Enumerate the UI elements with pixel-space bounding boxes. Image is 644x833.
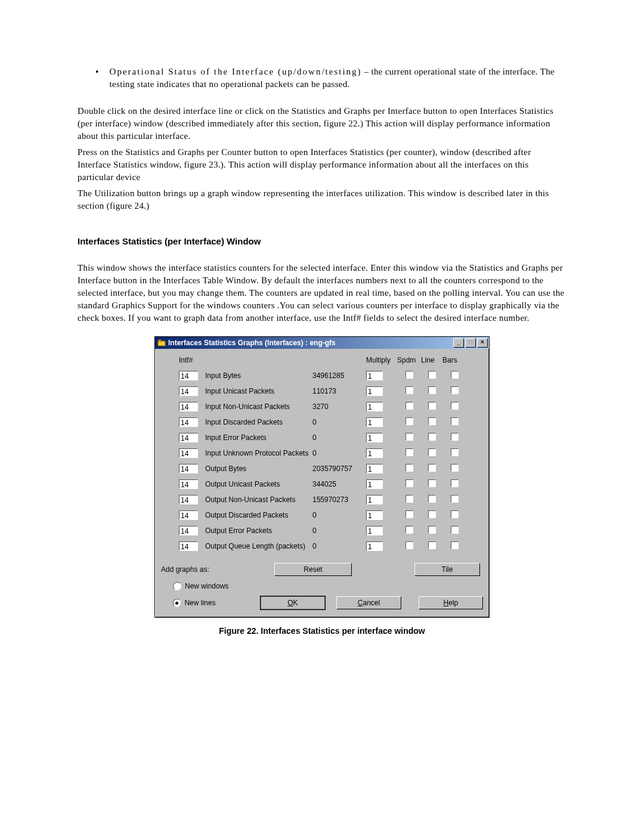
app-icon	[157, 339, 166, 347]
spdm-checkbox[interactable]	[405, 433, 413, 441]
bars-checkbox[interactable]	[451, 417, 459, 425]
tile-button[interactable]: Tile	[414, 563, 480, 576]
multiply-input[interactable]: 1	[366, 417, 383, 427]
radio-new-lines[interactable]	[173, 599, 181, 607]
table-row: 14Output Error Packets01	[161, 523, 483, 538]
counter-name: Input Non-Unicast Packets	[205, 402, 312, 411]
bars-checkbox[interactable]	[451, 371, 459, 379]
spdm-checkbox[interactable]	[405, 541, 413, 549]
table-row: 14Output Discarded Packets01	[161, 507, 483, 523]
table-row: 14Input Unicast Packets1101731	[161, 383, 483, 399]
cancel-button[interactable]: Cancel	[336, 596, 401, 609]
counter-value: 344025	[312, 480, 366, 488]
counter-name: Output Non-Unicast Packets	[205, 496, 312, 504]
counter-name: Output Unicast Packets	[205, 480, 312, 488]
help-button[interactable]: Help	[419, 596, 483, 609]
bars-checkbox[interactable]	[451, 495, 459, 503]
intf-input[interactable]: 14	[179, 371, 198, 380]
multiply-input[interactable]: 1	[366, 464, 383, 473]
multiply-input[interactable]: 1	[366, 433, 383, 442]
counter-name: Input Unknown Protocol Packets	[205, 449, 312, 457]
table-row: 14Output Bytes20357907571	[161, 461, 483, 476]
counter-name: Input Discarded Packets	[205, 418, 312, 426]
line-checkbox[interactable]	[428, 495, 436, 503]
spdm-checkbox[interactable]	[405, 417, 413, 425]
radio-new-lines-label: New lines	[184, 599, 240, 607]
spdm-checkbox[interactable]	[405, 510, 413, 518]
bars-checkbox[interactable]	[451, 464, 459, 472]
multiply-input[interactable]: 1	[366, 495, 383, 504]
spdm-checkbox[interactable]	[405, 479, 413, 487]
header-spdm: Spdm	[397, 356, 421, 364]
multiply-input[interactable]: 1	[366, 402, 383, 411]
counter-value: 0	[312, 527, 366, 535]
ok-button[interactable]: OK	[261, 596, 325, 609]
intf-input[interactable]: 14	[179, 402, 198, 411]
bars-checkbox[interactable]	[451, 402, 459, 410]
spdm-checkbox[interactable]	[405, 464, 413, 472]
line-checkbox[interactable]	[428, 541, 436, 549]
bullet-icon: •	[95, 66, 99, 79]
intf-input[interactable]: 14	[179, 479, 198, 489]
multiply-input[interactable]: 1	[366, 448, 383, 458]
line-checkbox[interactable]	[428, 371, 436, 379]
bars-checkbox[interactable]	[451, 479, 459, 487]
table-row: 14Input Unknown Protocol Packets01	[161, 445, 483, 461]
intf-input[interactable]: 14	[179, 526, 198, 535]
line-checkbox[interactable]	[428, 479, 436, 487]
spdm-checkbox[interactable]	[405, 402, 413, 410]
line-checkbox[interactable]	[428, 464, 436, 472]
add-graphs-label: Add graphs as:	[161, 565, 250, 574]
multiply-input[interactable]: 1	[366, 371, 383, 380]
svg-rect-1	[159, 340, 161, 342]
spdm-checkbox[interactable]	[405, 526, 413, 534]
bullet-emph: Operational Status of the Interface (up/…	[110, 67, 362, 76]
line-checkbox[interactable]	[428, 402, 436, 410]
multiply-input[interactable]: 1	[366, 526, 383, 535]
spdm-checkbox[interactable]	[405, 448, 413, 456]
bars-checkbox[interactable]	[451, 433, 459, 441]
line-checkbox[interactable]	[428, 433, 436, 441]
line-checkbox[interactable]	[428, 510, 436, 518]
radio-new-windows[interactable]	[173, 582, 181, 590]
intf-input[interactable]: 14	[179, 386, 198, 396]
intf-input[interactable]: 14	[179, 510, 198, 520]
line-checkbox[interactable]	[428, 386, 436, 394]
spdm-checkbox[interactable]	[405, 495, 413, 503]
multiply-input[interactable]: 1	[366, 510, 383, 520]
line-checkbox[interactable]	[428, 526, 436, 534]
intf-input[interactable]: 14	[179, 495, 198, 504]
intf-input[interactable]: 14	[179, 417, 198, 427]
line-checkbox[interactable]	[428, 417, 436, 425]
figure-caption: Figure 22. Interfaces Statistics per int…	[78, 626, 566, 636]
close-button[interactable]: ×	[477, 338, 488, 348]
reset-button[interactable]: Reset	[274, 563, 352, 576]
multiply-input[interactable]: 1	[366, 386, 383, 396]
multiply-input[interactable]: 1	[366, 479, 383, 489]
intf-input[interactable]: 14	[179, 433, 198, 442]
table-row: 14Output Unicast Packets3440251	[161, 476, 483, 492]
counter-value: 110173	[312, 387, 366, 395]
table-row: 14Output Non-Unicast Packets1559702731	[161, 492, 483, 507]
bars-checkbox[interactable]	[451, 541, 459, 549]
counter-name: Input Error Packets	[205, 433, 312, 442]
bars-checkbox[interactable]	[451, 448, 459, 456]
line-checkbox[interactable]	[428, 448, 436, 456]
spdm-checkbox[interactable]	[405, 386, 413, 394]
bars-checkbox[interactable]	[451, 510, 459, 518]
window-title: Interfaces Statistics Graphs (Interfaces…	[168, 339, 453, 347]
minimize-button[interactable]: _	[453, 338, 464, 348]
bars-checkbox[interactable]	[451, 526, 459, 534]
titlebar[interactable]: Interfaces Statistics Graphs (Interfaces…	[155, 337, 489, 349]
table-row: 14Input Error Packets01	[161, 430, 483, 445]
table-header-row: Intf# Multiply Spdm Line Bars	[161, 352, 483, 368]
table-row: 14Input Bytes349612851	[161, 368, 483, 383]
bars-checkbox[interactable]	[451, 386, 459, 394]
intf-input[interactable]: 14	[179, 448, 198, 458]
intf-input[interactable]: 14	[179, 464, 198, 473]
spdm-checkbox[interactable]	[405, 371, 413, 379]
radio-new-windows-label: New windows	[185, 582, 228, 590]
counter-value: 0	[312, 433, 366, 442]
intf-input[interactable]: 14	[179, 541, 198, 551]
multiply-input[interactable]: 1	[366, 541, 383, 551]
